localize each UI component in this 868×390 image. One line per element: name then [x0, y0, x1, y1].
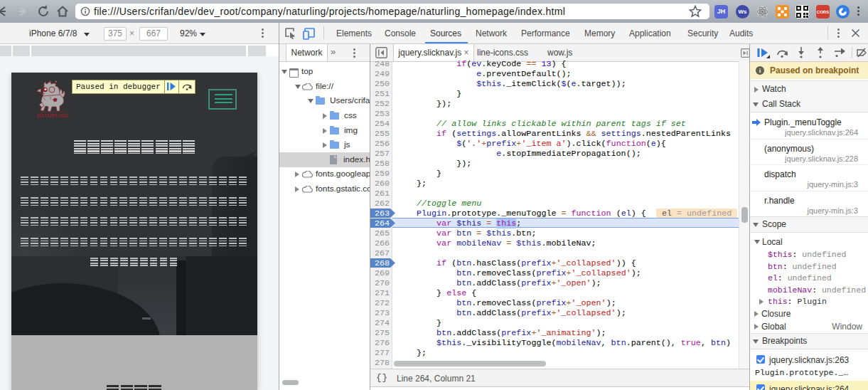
svg-text:NATURLING: NATURLING: [37, 113, 68, 118]
